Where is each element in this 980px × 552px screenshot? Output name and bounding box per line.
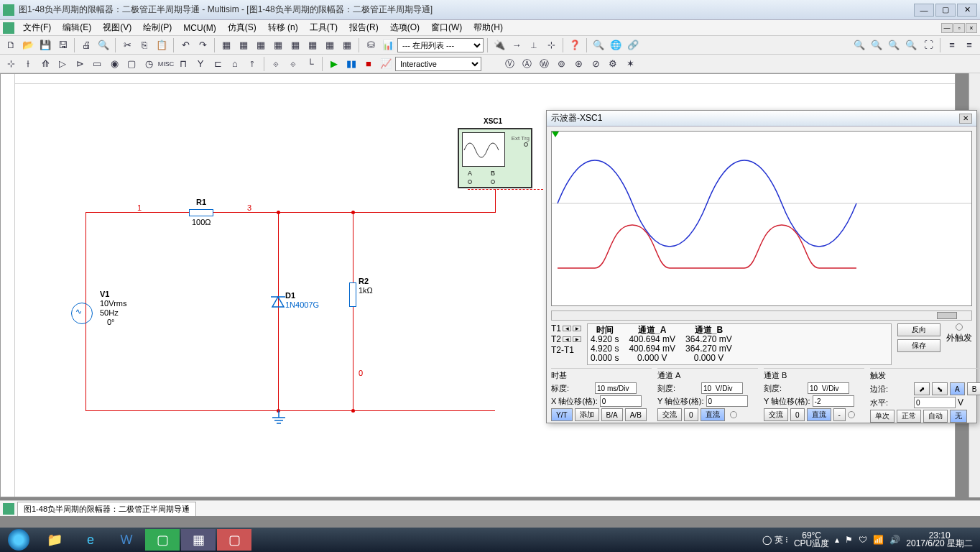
- menu-sim[interactable]: 仿真(S): [222, 20, 262, 35]
- comp-cap-button[interactable]: ⫲: [20, 56, 36, 72]
- tray-up-icon[interactable]: ▴: [835, 535, 839, 545]
- chb-inv-button[interactable]: -: [833, 408, 846, 421]
- menu-tools[interactable]: 工具(T): [304, 20, 343, 35]
- trig-b-button[interactable]: B: [967, 382, 980, 395]
- menu-help[interactable]: 帮助(H): [468, 20, 509, 35]
- sim-config-button[interactable]: 📈: [378, 56, 394, 72]
- comp-bus-button[interactable]: Y: [193, 56, 208, 72]
- comp-hier-button[interactable]: ⌂: [227, 56, 243, 72]
- grid5-button[interactable]: ▦: [287, 37, 303, 53]
- probe3-button[interactable]: ⟂: [526, 37, 542, 53]
- open-button[interactable]: 📂: [20, 37, 36, 53]
- comp-src-button[interactable]: ◉: [106, 56, 122, 72]
- trig-a-button[interactable]: A: [950, 382, 965, 395]
- ext-trig-port[interactable]: [956, 323, 963, 331]
- minimize-button[interactable]: —: [914, 4, 934, 17]
- document-tab[interactable]: 图1-48负半周期的限幅器：二极管正半周期导通: [17, 502, 196, 516]
- taskbar-multisim[interactable]: ▦: [181, 529, 216, 551]
- chb-dc-button[interactable]: 直流: [807, 408, 831, 421]
- menu-file[interactable]: 文件(F): [17, 20, 57, 35]
- menu-mcu[interactable]: MCU(M): [177, 22, 221, 34]
- edge-fall-button[interactable]: ⬊: [932, 382, 948, 395]
- new-button[interactable]: 🗋: [3, 37, 19, 53]
- comp-trans-button[interactable]: ⊳: [72, 56, 88, 72]
- t1-left-button[interactable]: ◀: [563, 326, 571, 331]
- chb-ac-button[interactable]: 交流: [764, 408, 788, 421]
- taskbar-app2[interactable]: ▢: [217, 529, 251, 551]
- cha-dc-button[interactable]: 直流: [701, 408, 725, 421]
- trig-level-input[interactable]: [914, 397, 956, 408]
- bus2-button[interactable]: ⟐: [285, 56, 301, 72]
- zoom-in-button[interactable]: 🔍: [851, 37, 867, 53]
- redo-button[interactable]: ↷: [195, 37, 211, 53]
- cha-port[interactable]: [730, 411, 737, 418]
- tray-network-icon[interactable]: 📶: [873, 535, 884, 545]
- grid7-button[interactable]: ▦: [322, 37, 338, 53]
- save-scope-button[interactable]: 保存: [897, 339, 940, 352]
- save-button[interactable]: 💾: [37, 37, 53, 53]
- mdi-restore-button[interactable]: ▫: [953, 23, 965, 33]
- ime-indicator[interactable]: ◯ 英 ⁝: [762, 534, 788, 546]
- t2-right-button[interactable]: ▶: [573, 336, 581, 342]
- component-r2[interactable]: [349, 282, 356, 307]
- menu-options[interactable]: 选项(O): [384, 20, 425, 35]
- mdi-close-button[interactable]: ×: [966, 23, 977, 33]
- zoom-fit-button[interactable]: 🔍: [903, 37, 919, 53]
- trig-single-button[interactable]: 单次: [870, 410, 895, 423]
- trig-none-button[interactable]: 无: [950, 410, 967, 423]
- comp-misc-button[interactable]: MISC: [158, 56, 174, 72]
- db-button[interactable]: ⛁: [363, 37, 379, 53]
- timebase-xpos-input[interactable]: [600, 395, 642, 407]
- comp-inductor-button[interactable]: ⟰: [37, 56, 53, 72]
- scope-screen[interactable]: [551, 131, 972, 306]
- ab-button[interactable]: A/B: [625, 408, 647, 421]
- probe-set-button[interactable]: ⚙: [605, 56, 621, 72]
- edge-rise-button[interactable]: ⬈: [914, 382, 930, 395]
- add-mode-button[interactable]: 添加: [575, 408, 599, 421]
- zoom-out-button[interactable]: 🔍: [869, 37, 884, 53]
- probe-d-button[interactable]: ⊛: [570, 56, 586, 72]
- chart-button[interactable]: 📊: [380, 37, 396, 53]
- cha-0-button[interactable]: 0: [684, 408, 698, 421]
- menu-edit[interactable]: 编辑(E): [57, 20, 97, 35]
- comp-diode-button[interactable]: ▷: [55, 56, 70, 72]
- yt-button[interactable]: Y/T: [551, 408, 573, 421]
- print-button[interactable]: 🖨: [78, 37, 94, 53]
- component-r1[interactable]: [189, 209, 213, 216]
- bus3-button[interactable]: └: [302, 56, 318, 72]
- list1-button[interactable]: ≡: [944, 37, 960, 53]
- tray-volume-icon[interactable]: 🔊: [889, 535, 900, 545]
- probe-v-button[interactable]: Ⓥ: [501, 56, 517, 72]
- comp-meter-button[interactable]: ◷: [141, 56, 157, 72]
- taskbar-word[interactable]: W: [109, 529, 144, 551]
- start-button[interactable]: [1, 529, 36, 551]
- taskbar-ie[interactable]: e: [73, 529, 108, 551]
- probe-a-button[interactable]: Ⓐ: [519, 56, 535, 72]
- chb-scale-input[interactable]: [808, 382, 849, 394]
- taskbar-app1[interactable]: ▢: [145, 529, 180, 551]
- mdi-min-button[interactable]: —: [941, 23, 953, 33]
- probe-ref-button[interactable]: ⊘: [588, 56, 604, 72]
- fullscreen-button[interactable]: ⛶: [920, 37, 936, 53]
- ba-button[interactable]: B/A: [601, 408, 623, 421]
- comp-gate-button[interactable]: ▢: [124, 56, 139, 72]
- cha-scale-input[interactable]: [701, 382, 743, 394]
- stop-button[interactable]: ■: [361, 56, 376, 72]
- t2-left-button[interactable]: ◀: [563, 336, 571, 342]
- ground-icon[interactable]: [271, 410, 287, 426]
- tray-flag-icon[interactable]: ⚑: [845, 535, 853, 545]
- grid1-button[interactable]: ▦: [218, 37, 234, 53]
- save-all-button[interactable]: 🖫: [55, 37, 70, 53]
- list2-button[interactable]: ≡: [961, 37, 977, 53]
- instrument-xsc1[interactable]: XSC1 Ext Trg A B: [458, 128, 532, 188]
- chb-port[interactable]: [848, 411, 855, 418]
- maximize-button[interactable]: ▢: [935, 4, 956, 17]
- grid4-button[interactable]: ▦: [270, 37, 286, 53]
- reverse-button[interactable]: 反向: [897, 323, 940, 336]
- web-button[interactable]: 🌐: [608, 37, 624, 53]
- menu-draw[interactable]: 绘制(P): [137, 20, 177, 35]
- link-button[interactable]: 🔗: [625, 37, 641, 53]
- comp-conn-button[interactable]: ⊏: [210, 56, 226, 72]
- probe4-button[interactable]: ⊹: [543, 37, 559, 53]
- pause-button[interactable]: ▮▮: [343, 56, 359, 72]
